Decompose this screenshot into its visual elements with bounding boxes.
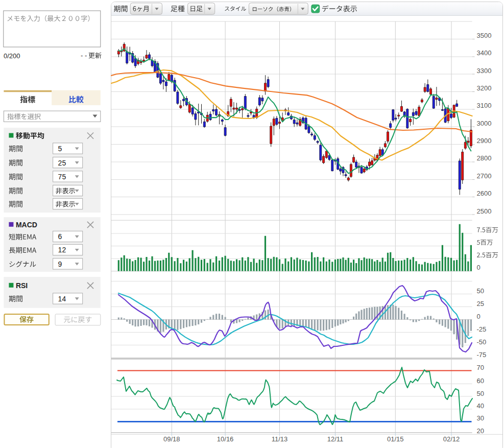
svg-text:40: 40 [477,402,484,410]
svg-text:2800: 2800 [477,154,492,162]
svg-text:09/18: 09/18 [163,435,180,443]
svg-text:0: 0 [477,313,481,320]
svg-text:5: 5 [58,145,62,153]
svg-text:3000: 3000 [477,120,492,127]
svg-text:3200: 3200 [477,84,492,92]
svg-text:3500: 3500 [477,32,492,39]
svg-text:6: 6 [58,232,62,241]
svg-text:30: 30 [477,414,484,422]
svg-text:3400: 3400 [477,49,492,57]
svg-text:MACD: MACD [16,221,37,229]
svg-text:25: 25 [58,159,66,167]
svg-text:2700: 2700 [477,172,492,180]
svg-text:3300: 3300 [477,67,492,75]
svg-text:25: 25 [477,300,484,308]
svg-text:14: 14 [58,295,66,303]
svg-text:3100: 3100 [477,102,492,109]
svg-text:75: 75 [58,173,66,181]
svg-text:-25: -25 [477,325,487,333]
svg-text:-75: -75 [477,351,487,359]
svg-text:10/16: 10/16 [217,435,234,443]
svg-text:02/12: 02/12 [443,435,460,443]
svg-text:0: 0 [477,264,481,271]
svg-text:12/11: 12/11 [327,435,344,443]
svg-text:0/200: 0/200 [4,52,20,60]
svg-text:RSI: RSI [16,281,28,290]
svg-text:2600: 2600 [477,190,492,197]
svg-text:50: 50 [477,287,484,295]
svg-text:70: 70 [477,364,484,371]
svg-text:- -: - - [81,52,87,59]
svg-text:01/15: 01/15 [387,435,404,443]
svg-text:50: 50 [477,390,484,397]
svg-text:11/13: 11/13 [272,435,288,443]
svg-text:12: 12 [58,246,66,254]
svg-text:9: 9 [58,260,62,268]
svg-text:20: 20 [477,427,484,435]
svg-text:-50: -50 [477,338,487,346]
svg-text:2500: 2500 [477,207,492,215]
svg-text:2900: 2900 [477,137,492,145]
svg-text:60: 60 [477,377,484,385]
